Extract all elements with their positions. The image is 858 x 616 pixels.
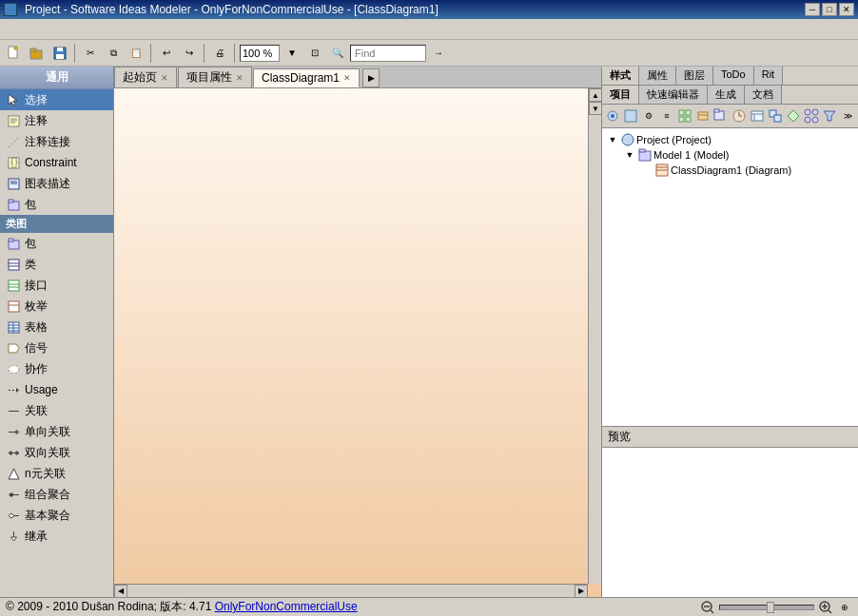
redo-button[interactable]: ↪ xyxy=(179,43,200,64)
tree-children-root: ▼ Model 1 (Model) ▶ ClassDiagram1 (Diagr… xyxy=(606,147,854,178)
tab-project-props[interactable]: 项目属性 ✕ xyxy=(178,67,252,87)
rt-btn-expand[interactable]: ≫ xyxy=(839,106,856,125)
paste-button[interactable]: 📋 xyxy=(126,43,146,64)
zoom-in-icon[interactable] xyxy=(818,600,833,615)
rt-btn-12[interactable] xyxy=(803,106,820,125)
right-tab-layers[interactable]: 图层 xyxy=(676,67,713,85)
rt-btn-6[interactable] xyxy=(694,106,712,125)
tab-scroll-right[interactable]: ▶ xyxy=(362,68,380,87)
tool-usage[interactable]: Usage xyxy=(0,379,113,400)
tree-node-diagram[interactable]: ▶ ClassDiagram1 (Diagram) xyxy=(640,163,854,178)
open-button[interactable] xyxy=(27,43,48,64)
right-tab-style[interactable]: 样式 xyxy=(602,67,639,85)
scroll-down-button[interactable]: ▼ xyxy=(589,102,601,115)
tool-pkg-general[interactable]: 包 xyxy=(0,194,113,215)
tool-interface[interactable]: 接口 xyxy=(0,275,113,296)
tool-select[interactable]: 选择 xyxy=(0,89,113,110)
note-icon xyxy=(6,113,21,128)
find-next-button[interactable]: → xyxy=(428,43,449,64)
restore-button[interactable]: □ xyxy=(822,3,837,16)
tool-dir-assoc[interactable]: 单向关联 xyxy=(0,421,113,442)
tool-inherit[interactable]: 继承 xyxy=(0,526,113,547)
scroll-up-button[interactable]: ▲ xyxy=(589,88,601,102)
right-tab-quick-editor[interactable]: 快速编辑器 xyxy=(639,86,708,104)
tab-project-props-close[interactable]: ✕ xyxy=(236,73,244,83)
close-button[interactable]: ✕ xyxy=(839,3,854,16)
minimize-button[interactable]: ─ xyxy=(805,3,820,16)
tool-table[interactable]: 表格 xyxy=(0,317,113,337)
scroll-left-button[interactable]: ◀ xyxy=(114,585,127,598)
rt-btn-8[interactable] xyxy=(731,106,748,125)
tool-enum[interactable]: 枚举 xyxy=(0,296,113,317)
tool-desc-label: 图表描述 xyxy=(25,176,70,192)
zoom-dropdown-button[interactable]: ▼ xyxy=(282,43,302,64)
tree-children-model: ▶ ClassDiagram1 (Diagram) xyxy=(623,163,854,178)
tool-n-assoc[interactable]: n元关联 xyxy=(0,463,113,484)
canvas-scrollbar-h[interactable]: ◀ ▶ xyxy=(114,584,588,597)
zoom-input[interactable] xyxy=(240,45,280,62)
tool-aggr[interactable]: 基本聚合 xyxy=(0,505,113,526)
tab-classdiagram[interactable]: ClassDiagram1 ✕ xyxy=(253,68,360,87)
tree-node-model[interactable]: ▼ Model 1 (Model) xyxy=(623,147,854,163)
save-button[interactable] xyxy=(49,43,70,64)
tool-pkg-class[interactable]: 包 xyxy=(0,233,113,254)
rt-btn-11[interactable] xyxy=(785,106,802,125)
rt-btn-7[interactable] xyxy=(712,106,730,125)
center-area: 起始页 ✕ 项目属性 ✕ ClassDiagram1 ✕ ▶ ▲ ▼ ◀ xyxy=(114,67,601,597)
svg-text:{}: {} xyxy=(10,157,18,168)
scroll-right-button[interactable]: ▶ xyxy=(575,585,588,598)
tool-collab[interactable]: 协作 xyxy=(0,358,113,379)
rt-btn-3[interactable]: ⚙ xyxy=(640,106,657,125)
right-tab-generate[interactable]: 生成 xyxy=(708,86,745,104)
tool-desc[interactable]: 图表描述 xyxy=(0,173,113,194)
tab-start-close[interactable]: ✕ xyxy=(161,73,168,83)
undo-button[interactable]: ↩ xyxy=(156,43,177,64)
rt-btn-4[interactable]: ≡ xyxy=(658,106,675,125)
tool-comp[interactable]: 组合聚合 xyxy=(0,484,113,505)
rt-btn-5[interactable] xyxy=(676,106,693,125)
right-tab-docs[interactable]: 文档 xyxy=(745,86,782,104)
tool-signal[interactable]: 信号 xyxy=(0,337,113,358)
zoom-fit-button[interactable]: ⊡ xyxy=(304,43,325,64)
find-input[interactable] xyxy=(350,45,426,62)
cut-button[interactable]: ✂ xyxy=(80,43,101,64)
find-button[interactable]: 🔍 xyxy=(327,43,348,64)
rt-btn-1[interactable] xyxy=(604,106,621,125)
zoom-out-icon[interactable] xyxy=(700,600,715,615)
tree-expand-root[interactable]: ▼ xyxy=(606,133,619,146)
tree-icon-diagram xyxy=(655,164,669,177)
rt-btn-filter[interactable] xyxy=(821,106,838,125)
copy-button[interactable]: ⧉ xyxy=(103,43,124,64)
new-button[interactable] xyxy=(4,43,25,64)
signal-icon xyxy=(6,340,21,356)
right-tab-rit[interactable]: Rit xyxy=(754,67,783,85)
rt-btn-2[interactable] xyxy=(622,106,639,125)
tree-node-root[interactable]: ▼ Project (Project) xyxy=(606,132,854,147)
tool-bidir-assoc[interactable]: 双向关联 xyxy=(0,442,113,463)
diagram-canvas[interactable]: ▲ ▼ ◀ ▶ xyxy=(114,88,601,597)
tool-note-link[interactable]: 注释连接 xyxy=(0,131,113,152)
right-tab-project[interactable]: 项目 xyxy=(602,86,639,104)
tool-constraint[interactable]: {} Constraint xyxy=(0,152,113,173)
tab-start[interactable]: 起始页 ✕ xyxy=(114,67,177,87)
tree-area[interactable]: ▼ Project (Project) ▼ Model 1 (Model) ▶ xyxy=(602,128,858,426)
svg-marker-50 xyxy=(9,513,14,518)
right-tab-props[interactable]: 属性 xyxy=(639,67,676,85)
tool-class[interactable]: 类 xyxy=(0,254,113,275)
rt-btn-9[interactable] xyxy=(749,106,766,125)
rt-btn-10[interactable] xyxy=(767,106,784,125)
title-bar-controls[interactable]: ─ □ ✕ xyxy=(805,3,854,16)
zoom-slider[interactable] xyxy=(719,605,814,610)
note-link-icon xyxy=(6,134,21,149)
canvas-scrollbar-v[interactable]: ▲ ▼ xyxy=(588,88,601,584)
tool-assoc[interactable]: 关联 xyxy=(0,400,113,421)
right-tab-todo[interactable]: ToDo xyxy=(713,67,754,85)
tool-note[interactable]: 注释 xyxy=(0,110,113,131)
tab-classdiagram-close[interactable]: ✕ xyxy=(343,73,351,83)
status-link[interactable]: OnlyForNonCommercialUse xyxy=(215,600,358,613)
print-button[interactable]: 🖨 xyxy=(209,43,230,64)
tree-expand-model[interactable]: ▼ xyxy=(623,148,636,162)
svg-rect-2 xyxy=(14,47,17,49)
tab-bar: 起始页 ✕ 项目属性 ✕ ClassDiagram1 ✕ ▶ xyxy=(114,67,601,88)
zoom-reset-icon[interactable]: ⊕ xyxy=(837,600,852,615)
